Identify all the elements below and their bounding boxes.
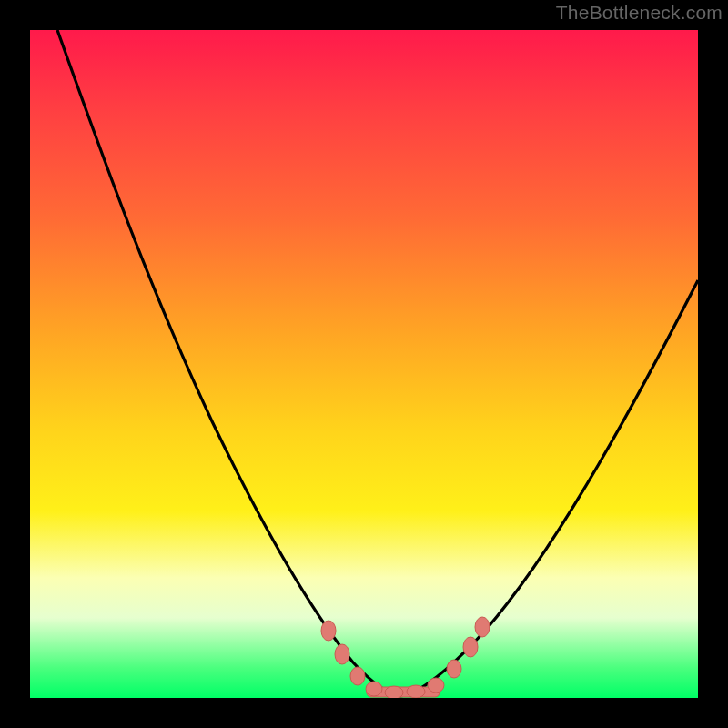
svg-point-5 [385, 686, 403, 698]
svg-point-6 [407, 685, 425, 698]
right-curve [399, 280, 698, 696]
left-curve [57, 30, 399, 696]
svg-point-3 [350, 667, 365, 685]
svg-point-9 [463, 637, 478, 657]
plot-area [30, 30, 698, 698]
svg-point-2 [335, 644, 349, 664]
svg-point-10 [475, 617, 490, 637]
svg-point-8 [447, 660, 461, 678]
watermark-text: TheBottleneck.com [556, 2, 723, 24]
svg-point-1 [321, 621, 336, 641]
svg-point-7 [428, 678, 444, 693]
markers [321, 617, 490, 698]
chart-frame: TheBottleneck.com [0, 0, 728, 728]
svg-point-4 [366, 682, 382, 696]
chart-svg [30, 30, 698, 698]
